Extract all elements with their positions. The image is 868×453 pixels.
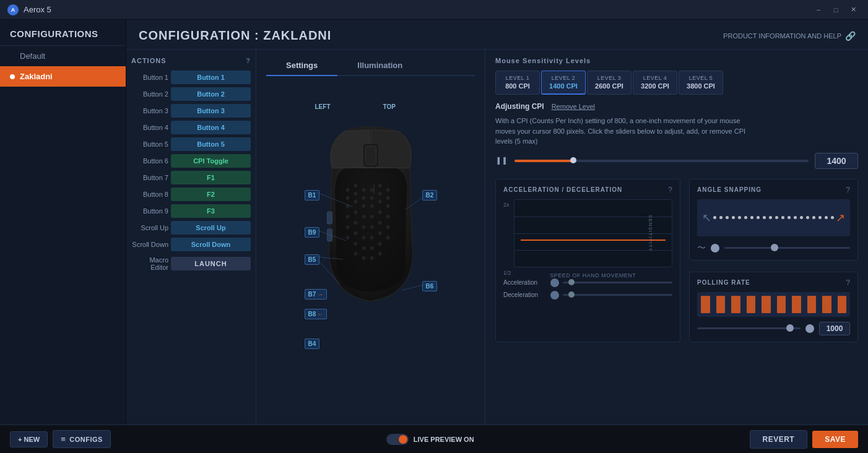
polling-slider-row: 1000 xyxy=(697,322,850,335)
angle-help-icon[interactable]: ? xyxy=(846,186,850,194)
sidebar-label-zakladni: Zakladni xyxy=(20,72,53,81)
cpi-slider-indicators: ▐ ▐ xyxy=(495,157,506,164)
revert-button[interactable]: REVERT xyxy=(750,430,808,449)
action-row-scroll-up: Scroll Up Scroll Up xyxy=(131,221,251,235)
tab-settings[interactable]: Settings xyxy=(266,56,337,76)
svg-point-18 xyxy=(378,200,381,204)
action-btn-btn5[interactable]: Button 5 xyxy=(171,137,251,151)
cpi-level-5[interactable]: LEVEL 5 3800 CPI xyxy=(679,71,723,95)
action-label-scroll-down: Scroll Down xyxy=(131,241,168,248)
polling-panel-header: POLLING RATE ? xyxy=(697,278,850,287)
poll-gap-8 xyxy=(818,296,820,313)
action-btn-btn1[interactable]: Button 1 xyxy=(171,71,251,84)
decel-slider-row: Deceleration xyxy=(503,291,672,300)
action-btn-btn6[interactable]: CPI Toggle xyxy=(171,154,251,168)
poll-bar-6 xyxy=(777,296,786,313)
action-btn-btn2[interactable]: Button 2 xyxy=(171,87,251,101)
svg-point-20 xyxy=(345,215,349,218)
action-btn-btn7[interactable]: F1 xyxy=(171,171,251,184)
polling-help-icon[interactable]: ? xyxy=(846,278,850,287)
target-cursor: ↗ xyxy=(836,211,845,225)
sidebar: CONFIGURATIONS Default Zakladni xyxy=(0,20,126,425)
poll-bar-9 xyxy=(822,296,831,313)
dot-13 xyxy=(788,216,791,219)
poll-gap-6 xyxy=(788,296,790,313)
product-info-link[interactable]: PRODUCT INFORMATION AND HELP 🔗 xyxy=(723,31,856,41)
accel-slider[interactable] xyxy=(563,282,672,283)
cpi-slider[interactable] xyxy=(514,160,809,162)
actions-help-icon[interactable]: ? xyxy=(246,57,251,64)
svg-point-22 xyxy=(362,215,365,218)
angle-knob[interactable] xyxy=(711,244,719,252)
cpi-level-2-num: LEVEL 2 xyxy=(548,75,579,81)
accel-slider-handle[interactable] xyxy=(568,279,575,285)
dot-12 xyxy=(781,216,784,219)
sidebar-item-zakladni[interactable]: Zakladni xyxy=(0,66,126,87)
configs-label: CONFIGS xyxy=(69,436,103,443)
action-btn-scroll-down[interactable]: Scroll Down xyxy=(171,238,251,251)
cpi-level-1[interactable]: LEVEL 1 800 CPI xyxy=(495,71,540,95)
cpi-level-4-num: LEVEL 4 xyxy=(640,75,671,81)
close-button[interactable]: ✕ xyxy=(846,4,861,16)
action-label-btn7: Button 7 xyxy=(131,174,168,181)
window-controls: − □ ✕ xyxy=(811,4,861,16)
poll-gap-7 xyxy=(803,296,805,313)
new-button[interactable]: + NEW xyxy=(10,431,48,447)
cpi-slider-handle[interactable] xyxy=(570,157,576,163)
svg-point-5 xyxy=(345,196,349,200)
svg-point-13 xyxy=(386,188,389,192)
decel-slider-handle[interactable] xyxy=(568,291,575,298)
cpi-level-2[interactable]: LEVEL 2 1400 CPI xyxy=(541,71,586,95)
poll-gap-9 xyxy=(833,296,836,313)
polling-value-display[interactable]: 1000 xyxy=(819,322,850,335)
poll-gap-4 xyxy=(757,296,760,313)
angle-slider-handle[interactable] xyxy=(771,244,778,251)
live-preview-toggle[interactable]: LIVE PREVIEW ON xyxy=(386,434,474,445)
dot-3 xyxy=(726,216,729,219)
configs-button[interactable]: ≡ CONFIGS xyxy=(53,430,111,448)
svg-point-23 xyxy=(370,215,373,218)
tab-illumination[interactable]: Illumination xyxy=(337,56,422,76)
svg-point-15 xyxy=(378,192,381,196)
cpi-level-3[interactable]: LEVEL 3 2600 CPI xyxy=(587,71,631,95)
launch-button[interactable]: LAUNCH xyxy=(171,257,251,270)
svg-point-10 xyxy=(362,204,365,208)
action-btn-btn4[interactable]: Button 4 xyxy=(171,121,251,134)
action-row-btn7: Button 7 F1 xyxy=(131,171,251,184)
save-button[interactable]: SAVE xyxy=(812,431,858,448)
toggle-switch[interactable] xyxy=(386,434,409,445)
titlebar: A Aerox 5 − □ ✕ xyxy=(0,0,868,20)
poll-bar-7 xyxy=(792,296,801,313)
top-label: TOP xyxy=(383,103,396,110)
action-btn-btn9[interactable]: F3 xyxy=(171,204,251,218)
angle-slider[interactable] xyxy=(724,247,850,249)
minimize-button[interactable]: − xyxy=(811,4,826,16)
svg-point-42 xyxy=(354,252,357,256)
poll-gap-5 xyxy=(773,296,775,313)
decel-slider[interactable] xyxy=(563,294,672,296)
action-btn-btn8[interactable]: F2 xyxy=(171,188,251,201)
sidebar-item-default[interactable]: Default xyxy=(0,46,126,66)
cpi-level-3-num: LEVEL 3 xyxy=(594,75,625,81)
action-btn-btn3[interactable]: Button 3 xyxy=(171,104,251,118)
accel-help-icon[interactable]: ? xyxy=(668,186,672,194)
svg-point-43 xyxy=(362,256,365,260)
macro-row: Macro Editor LAUNCH xyxy=(131,256,251,271)
svg-rect-46 xyxy=(327,212,332,224)
remove-level-link[interactable]: Remove Level xyxy=(552,103,595,110)
cpi-value-display[interactable]: 1400 xyxy=(815,153,858,169)
poll-bar-3 xyxy=(731,296,740,313)
btn-b4-label[interactable]: B4 xyxy=(305,339,320,349)
y-label-top: 2x xyxy=(503,202,511,208)
maximize-button[interactable]: □ xyxy=(828,4,843,16)
action-btn-scroll-up[interactable]: Scroll Up xyxy=(171,221,251,235)
svg-point-44 xyxy=(370,256,373,260)
left-label: LEFT xyxy=(315,103,331,110)
polling-slider-handle[interactable] xyxy=(786,324,794,332)
action-row-btn5: Button 5 Button 5 xyxy=(131,137,251,151)
cpi-level-4[interactable]: LEVEL 4 3200 CPI xyxy=(633,71,677,95)
product-info-label: PRODUCT INFORMATION AND HELP xyxy=(723,32,841,40)
bottom-bar: + NEW ≡ CONFIGS LIVE PREVIEW ON REVERT S… xyxy=(0,425,868,453)
polling-slider[interactable] xyxy=(697,327,801,329)
poll-bar-5 xyxy=(762,296,771,313)
